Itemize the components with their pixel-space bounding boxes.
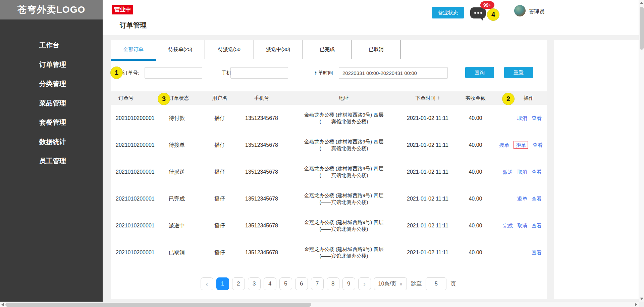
action-link[interactable]: 查看 xyxy=(533,142,543,148)
cell-phone: 13512345678 xyxy=(235,142,288,148)
annotation-marker-1: 1 xyxy=(110,67,123,79)
order-management-card: 全部订单待接单(25)待派送(50派送中(30)已完成已取消 订单号: 手机号 … xyxy=(111,40,547,299)
action-link[interactable]: 取消 xyxy=(517,223,527,228)
annotation-marker-4: 4 xyxy=(487,8,499,21)
action-link[interactable]: 派送 xyxy=(503,169,513,175)
cell-amount: 40.00 xyxy=(456,223,495,229)
order-table-body: 2021010200001待付款播仔13512345678金燕龙办公楼 (建材城… xyxy=(111,105,547,266)
filter-bar: 订单号: 手机号 下单时间 查询 重置 xyxy=(111,67,547,80)
cell-actions: 退单查看 xyxy=(495,196,542,202)
bubble-dot-icon xyxy=(477,12,479,14)
horizontal-scrollbar[interactable] xyxy=(0,302,639,307)
cell-actions: 查看 xyxy=(495,250,542,256)
cell-user: 播仔 xyxy=(205,115,235,122)
table-row: 2021010200001待接单播仔13512345678金燕龙办公楼 (建材城… xyxy=(111,132,547,159)
cell-user: 播仔 xyxy=(205,249,235,256)
table-row: 2021010200001已取消播仔13512345678金燕龙办公楼 (建材城… xyxy=(111,239,547,266)
bubble-dot-icon xyxy=(480,12,482,14)
page-button-2[interactable]: 2 xyxy=(232,277,245,290)
scroll-down-arrow-icon[interactable] xyxy=(640,298,643,300)
scroll-left-arrow-icon[interactable] xyxy=(1,303,4,306)
message-bubble-body xyxy=(470,7,486,18)
sort-down-icon: ▼ xyxy=(437,98,440,100)
cell-address: 金燕龙办公楼 (建材城西路9号) 四层(——宾馆北侧办公楼) xyxy=(288,219,399,232)
sidebar-item[interactable]: 菜品管理 xyxy=(0,94,103,113)
tab-3[interactable]: 派送中(30) xyxy=(254,40,303,59)
action-link[interactable]: 完成 xyxy=(503,223,513,228)
sort-icon[interactable]: ▲ ▼ xyxy=(437,96,440,100)
address-line-2: (——宾馆北侧办公楼) xyxy=(288,226,399,232)
col-header-phone: 手机号 xyxy=(235,95,288,101)
col-header-time[interactable]: 下单时间 ▲ ▼ xyxy=(399,95,456,101)
action-link[interactable]: 查看 xyxy=(532,223,542,228)
tab-4[interactable]: 已完成 xyxy=(303,40,352,59)
page-button-5[interactable]: 5 xyxy=(279,277,292,290)
reset-button[interactable]: 重置 xyxy=(504,67,533,78)
address-line-1: 金燕龙办公楼 (建材城西路9号) 四层 xyxy=(288,112,399,118)
cell-user: 播仔 xyxy=(205,222,235,229)
order-no-input[interactable] xyxy=(145,67,202,79)
page-size-select[interactable]: 10条/页 ∨ xyxy=(374,277,407,290)
scroll-up-arrow-icon[interactable] xyxy=(640,2,643,4)
cell-amount: 40.00 xyxy=(456,196,495,202)
sidebar-item[interactable]: 套餐管理 xyxy=(0,113,103,132)
sidebar-item[interactable]: 工作台 xyxy=(0,36,103,55)
action-link[interactable]: 查看 xyxy=(532,196,542,202)
sidebar-menu: 工作台订单管理分类管理菜品管理套餐管理数据统计员工管理 xyxy=(0,36,103,171)
vertical-scrollbar[interactable] xyxy=(639,0,644,302)
cell-status: 待付款 xyxy=(166,115,205,122)
page-button-1[interactable]: 1 xyxy=(216,277,229,290)
cell-address: 金燕龙办公楼 (建材城西路9号) 四层(——宾馆北侧办公楼) xyxy=(288,246,399,259)
page-button-4[interactable]: 4 xyxy=(264,277,276,290)
cell-status: 已取消 xyxy=(166,249,205,256)
horizontal-scrollbar-thumb[interactable] xyxy=(5,303,311,307)
search-button[interactable]: 查询 xyxy=(465,67,494,78)
sidebar-item[interactable]: 员工管理 xyxy=(0,151,103,171)
page-title: 订单管理 xyxy=(120,21,147,30)
cell-actions: 接单拒单查看 xyxy=(495,142,543,148)
cell-order_no: 2021010200001 xyxy=(116,223,166,229)
action-link[interactable]: 接单 xyxy=(499,142,509,148)
action-link[interactable]: 查看 xyxy=(532,115,542,121)
right-empty-panel xyxy=(554,40,639,299)
page-button-3[interactable]: 3 xyxy=(248,277,261,290)
cell-order_no: 2021010200001 xyxy=(116,250,166,256)
action-link[interactable]: 查看 xyxy=(532,250,542,255)
avatar[interactable] xyxy=(514,5,526,16)
sidebar-item[interactable]: 数据统计 xyxy=(0,132,103,152)
order-time-range-input[interactable] xyxy=(339,67,448,79)
action-link[interactable]: 查看 xyxy=(532,169,542,175)
tab-5[interactable]: 已取消 xyxy=(352,40,401,59)
action-link[interactable]: 退单 xyxy=(517,196,527,202)
business-status-button[interactable]: 营业状态 xyxy=(432,7,464,18)
next-page-button[interactable]: › xyxy=(358,277,371,290)
page-button-6[interactable]: 6 xyxy=(295,277,308,290)
admin-label: 管理员 xyxy=(529,8,545,15)
sidebar-item[interactable]: 订单管理 xyxy=(0,55,103,75)
sidebar-item[interactable]: 分类管理 xyxy=(0,74,103,94)
action-link[interactable]: 取消 xyxy=(517,169,527,175)
cell-phone: 13512345678 xyxy=(235,250,288,256)
page-button-7[interactable]: 7 xyxy=(311,277,324,290)
phone-input[interactable] xyxy=(230,67,288,79)
prev-page-button[interactable]: ‹ xyxy=(201,277,213,290)
cell-actions: 取消查看 xyxy=(495,115,542,122)
address-line-1: 金燕龙办公楼 (建材城西路9号) 四层 xyxy=(288,219,399,226)
scroll-right-arrow-icon[interactable] xyxy=(635,303,637,306)
cell-order_no: 2021010200001 xyxy=(116,115,166,121)
page-button-8[interactable]: 8 xyxy=(327,277,339,290)
page-button-9[interactable]: 9 xyxy=(342,277,355,290)
cell-phone: 13512345678 xyxy=(235,196,288,202)
message-bubble-icon[interactable] xyxy=(470,7,486,21)
vertical-scrollbar-thumb[interactable] xyxy=(640,7,644,50)
tab-0[interactable]: 全部订单 xyxy=(111,40,156,59)
address-line-1: 金燕龙办公楼 (建材城西路9号) 四层 xyxy=(288,246,399,253)
jump-page-input[interactable] xyxy=(426,277,446,290)
action-link[interactable]: 取消 xyxy=(517,115,527,121)
tab-1[interactable]: 待接单(25) xyxy=(156,40,205,59)
table-row: 2021010200001待付款播仔13512345678金燕龙办公楼 (建材城… xyxy=(111,105,547,132)
cell-actions: 派送取消查看 xyxy=(495,169,542,175)
action-link[interactable]: 拒单 xyxy=(514,141,528,149)
tab-2[interactable]: 待派送(50 xyxy=(205,40,254,59)
pagination: ‹ 123456789 › 10条/页 ∨ 跳至 页 xyxy=(111,277,547,290)
